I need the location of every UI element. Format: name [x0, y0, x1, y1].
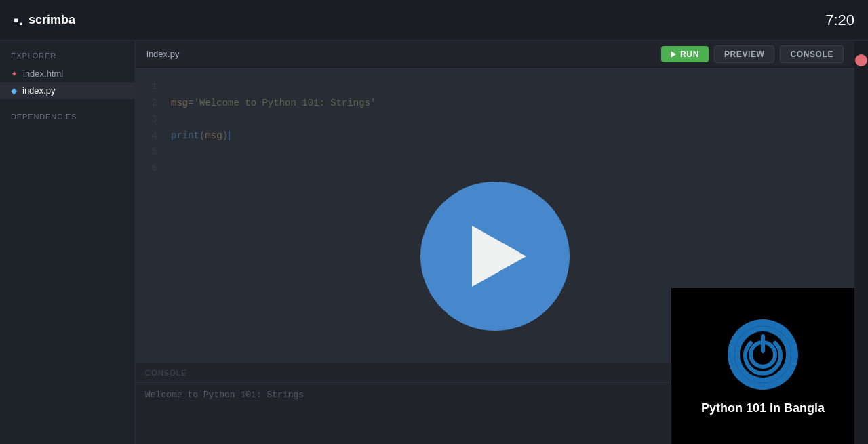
- py-file-icon: ◆: [11, 86, 17, 96]
- sidebar-item-index-py[interactable]: ◆ index.py: [0, 82, 135, 99]
- run-play-icon: [671, 51, 676, 58]
- logo-area: ▪. scrimba: [14, 12, 75, 29]
- scrimba-logo-icon: ▪.: [14, 12, 23, 29]
- header: ▪. scrimba 7:20: [0, 0, 868, 41]
- play-button[interactable]: [420, 182, 570, 331]
- sidebar-deps-section: DEPENDENCIES: [0, 113, 135, 126]
- toolbar-buttons: RUN PREVIEW CONSOLE: [661, 45, 844, 63]
- run-button[interactable]: RUN: [661, 46, 709, 62]
- preview-button[interactable]: PREVIEW: [714, 45, 775, 63]
- sidebar-item-index-html[interactable]: ✦ index.html: [0, 65, 135, 82]
- run-label: RUN: [680, 49, 699, 59]
- editor-toolbar: index.py RUN PREVIEW CONSOLE: [136, 41, 854, 68]
- right-panel: [854, 41, 868, 444]
- active-file-name: index.py: [146, 49, 179, 59]
- timer-display: 7:20: [825, 12, 854, 29]
- video-card: Python 101 in Bangla: [671, 288, 854, 444]
- channel-logo-icon: [726, 317, 800, 392]
- play-triangle-icon: [472, 226, 526, 287]
- channel-name: Python 101 in Bangla: [701, 401, 825, 416]
- console-button[interactable]: CONSOLE: [780, 45, 844, 63]
- record-dot-icon: [855, 54, 867, 66]
- sidebar-item-html-label: index.html: [23, 68, 63, 79]
- explorer-label: EXPLORER: [0, 52, 135, 65]
- html-file-icon: ✦: [11, 69, 18, 79]
- sidebar-item-py-label: index.py: [22, 85, 55, 96]
- sidebar: EXPLORER ✦ index.html ◆ index.py DEPENDE…: [0, 41, 136, 444]
- dependencies-label: DEPENDENCIES: [0, 113, 135, 126]
- logo-text: scrimba: [28, 13, 75, 27]
